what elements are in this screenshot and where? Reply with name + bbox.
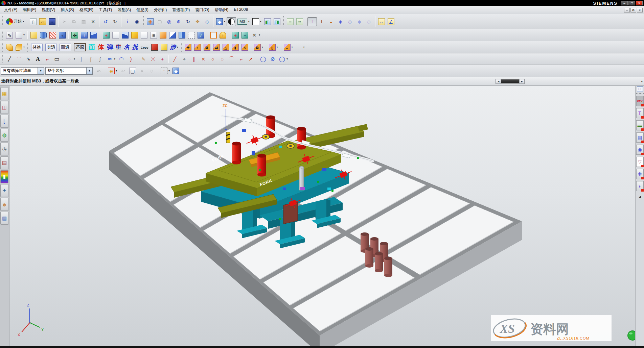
more-datums-button[interactable]: ✕▾ — [250, 31, 261, 40]
offset-region-button[interactable]: ⧉ — [202, 43, 212, 52]
spring-tool-button[interactable]: 弹 — [106, 43, 115, 52]
doc-minimize-button[interactable]: – — [624, 8, 630, 13]
rectangle-select-button[interactable]: ▫▾ — [159, 67, 171, 75]
through-curves-button[interactable] — [5, 43, 14, 52]
point-set-button[interactable]: ⁘▾ — [65, 55, 76, 64]
copy-view-button[interactable]: ◨ — [272, 17, 282, 26]
customize-tool-button[interactable]: ✎ — [139, 55, 148, 64]
section-curve-button[interactable]: ∫ — [95, 55, 105, 64]
object-display-button[interactable]: ◒ — [326, 17, 336, 26]
selection-scope-combo[interactable]: 整个装配 ▼ — [45, 67, 93, 75]
menu-文件(F)[interactable]: 文件(F) — [1, 6, 20, 14]
palette-cup-part[interactable]: ▽ — [636, 157, 644, 167]
menu-格式(R)[interactable]: 格式(R) — [77, 6, 96, 14]
palette-elbow-fitting[interactable]: ◗ — [636, 181, 644, 191]
invert-shown-button[interactable]: ◆ — [355, 17, 364, 26]
palette-green-block[interactable]: ▬ — [636, 120, 644, 130]
redo-button[interactable]: ↻ — [110, 17, 120, 26]
wcs-dynamics-button[interactable]: ⊥ — [307, 17, 317, 26]
join-curve-button[interactable]: ≂▾ — [105, 55, 117, 64]
emphasize-edges-button[interactable] — [209, 31, 218, 40]
resize-cylinder-button[interactable]: ▮ — [231, 43, 240, 52]
immediate-hide-button[interactable]: ◇ — [345, 17, 355, 26]
palette-t-part[interactable]: T — [636, 108, 644, 118]
circle-diameter-button[interactable]: ⊘ — [268, 55, 277, 64]
trim-corner-button[interactable]: ⤬ — [148, 55, 158, 64]
menu-窗口(O)[interactable]: 窗口(O) — [192, 6, 212, 14]
close-button[interactable]: × — [636, 1, 643, 5]
dropdown-arrow[interactable]: ▾ — [224, 20, 225, 23]
doc-close-button[interactable]: × — [637, 8, 643, 13]
menu-视图(V)[interactable]: 视图(V) — [39, 6, 58, 14]
menu-帮助(H)[interactable]: 帮助(H) — [212, 6, 231, 14]
menu-工具(T)[interactable]: 工具(T) — [96, 6, 115, 14]
dropdown-arrow[interactable]: ▾ — [114, 57, 115, 60]
interference-tool-button[interactable]: 涉▾ — [169, 42, 180, 52]
dome-button[interactable]: ↑ — [218, 31, 228, 40]
scroll-left-button[interactable]: ◄ — [496, 79, 501, 84]
new-file-button[interactable]: ▯ — [28, 17, 38, 26]
text-button[interactable]: A — [33, 55, 43, 64]
law-curve-button[interactable]: ) — [126, 55, 136, 64]
shell-body-button[interactable]: ▯▾ — [268, 43, 279, 52]
fit-view-button[interactable]: ✚ — [145, 17, 155, 26]
delete-face-button[interactable]: ✕ — [240, 43, 250, 52]
menu-ET2008[interactable]: ET2008 — [231, 6, 251, 14]
extrude-button[interactable] — [120, 31, 130, 40]
corner-cut-button[interactable] — [89, 31, 98, 40]
pan-button[interactable]: ✥ — [193, 17, 202, 26]
save-button[interactable]: ▪ — [47, 17, 57, 26]
paste-button[interactable]: ▥ — [79, 17, 88, 26]
red-cube-tool-button[interactable] — [150, 43, 159, 52]
batch-tool-button[interactable]: 批 — [131, 42, 139, 52]
intersection-curve-button[interactable]: ⌠ — [86, 55, 95, 64]
graphics-window[interactable]: ZC FORK FORK Z X Y — [9, 86, 635, 346]
circle-3pt-button[interactable]: ◯▾ — [277, 55, 289, 64]
viewport-canvas[interactable]: ZC FORK FORK Z X Y — [9, 86, 635, 346]
sketch-in-task-button[interactable]: ▾ — [14, 31, 26, 40]
zoom-button[interactable]: ◎ — [164, 17, 174, 26]
measure-angle-button[interactable]: ∠ — [386, 17, 396, 26]
delete-button[interactable]: ✕ — [88, 17, 98, 26]
linear-dimension-button[interactable]: ↔▾ — [282, 43, 294, 52]
palette-round-plate[interactable]: ◉ — [636, 145, 644, 155]
internet-explorer-tab[interactable]: ◍ — [0, 129, 8, 142]
tank-feature-button[interactable] — [39, 31, 48, 40]
roles-people-tab[interactable]: ☻ — [0, 198, 8, 211]
dropdown-arrow[interactable]: ▾ — [23, 46, 25, 49]
cut-button[interactable]: ✂ — [60, 17, 69, 26]
parallel-line-button[interactable]: ∥ — [189, 55, 199, 64]
resize-blend-button[interactable]: △ — [221, 43, 231, 52]
datum-minus-button[interactable]: − — [240, 31, 250, 40]
assistant-sphere[interactable] — [628, 331, 635, 340]
palette-key-part[interactable]: KEY — [636, 96, 644, 106]
layer-settings-button[interactable]: ≡ — [285, 17, 295, 26]
yellow-cube-tool-button[interactable] — [159, 43, 169, 52]
replace-refset-button[interactable]: 替换 — [30, 43, 44, 52]
undo-button[interactable]: ↺ — [101, 17, 110, 26]
visualization-wand-tab[interactable]: ▮ — [0, 170, 8, 183]
thicken-button[interactable]: ↑ — [79, 31, 89, 40]
history-tab[interactable]: ◷ — [0, 143, 8, 155]
machine-bed[interactable] — [109, 92, 522, 346]
selection-filter-combo[interactable]: 没有选择过滤器 ▼ — [1, 67, 44, 75]
boss-button[interactable] — [130, 31, 139, 40]
perpendicular-line-button[interactable]: ✕ — [199, 55, 208, 64]
doc-restore-button[interactable]: ⧉ — [630, 8, 636, 13]
palette-fit-button[interactable]: ⊡ — [637, 86, 643, 92]
previous-selection-button[interactable]: ↩ — [118, 67, 128, 75]
scene-image-tab[interactable]: ▩ — [0, 212, 8, 225]
arc-button[interactable]: ⌒ — [14, 55, 24, 64]
constraint-navigator-tab[interactable]: ◫ — [0, 101, 8, 114]
unite-button[interactable]: ✓ — [196, 31, 206, 40]
process-studio-tab[interactable]: ✦ — [0, 184, 8, 197]
face-transparent-button[interactable]: 面透 — [58, 43, 72, 52]
move-view-button[interactable]: ◧ — [263, 17, 272, 26]
center-tool-button[interactable]: 中 — [115, 43, 122, 51]
move-to-layer-button[interactable]: ≋ — [295, 17, 304, 26]
line-button[interactable]: ╱ — [5, 55, 14, 64]
menu-分析(L)[interactable]: 分析(L) — [151, 6, 170, 14]
dropdown-arrow[interactable]: ▾ — [23, 20, 24, 23]
selection-scope-dropdown[interactable]: ▼ — [86, 68, 92, 74]
datum-plus-button[interactable]: + — [231, 31, 240, 40]
